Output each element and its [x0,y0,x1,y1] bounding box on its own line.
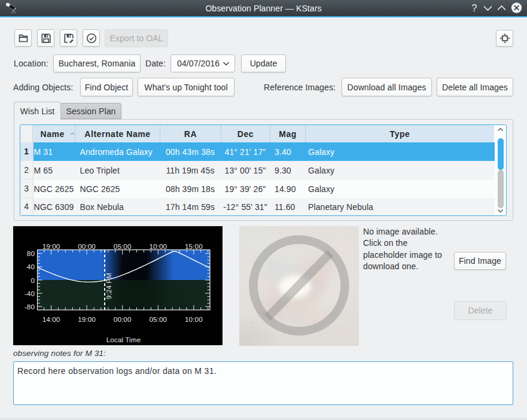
svg-text:00:00: 00:00 [78,242,96,250]
svg-text:40: 40 [27,263,35,270]
svg-text:10:00: 10:00 [185,315,203,323]
svg-text:14:00: 14:00 [42,315,60,323]
svg-text:00:00: 00:00 [114,315,132,323]
svg-text:-80: -80 [25,303,35,311]
svg-text:9:24 PM: 9:24 PM [105,273,112,299]
svg-text:19:00: 19:00 [78,315,96,323]
svg-text:05:00: 05:00 [149,315,167,323]
svg-text:-40: -40 [25,290,35,297]
svg-text:80: 80 [27,249,35,257]
svg-text:10:00: 10:00 [149,242,167,250]
svg-text:0: 0 [31,276,35,284]
svg-text:05:00: 05:00 [114,242,132,250]
svg-text:19:00: 19:00 [42,242,60,250]
svg-text:15:00: 15:00 [185,242,203,250]
svg-text:Local Time: Local Time [106,336,141,343]
